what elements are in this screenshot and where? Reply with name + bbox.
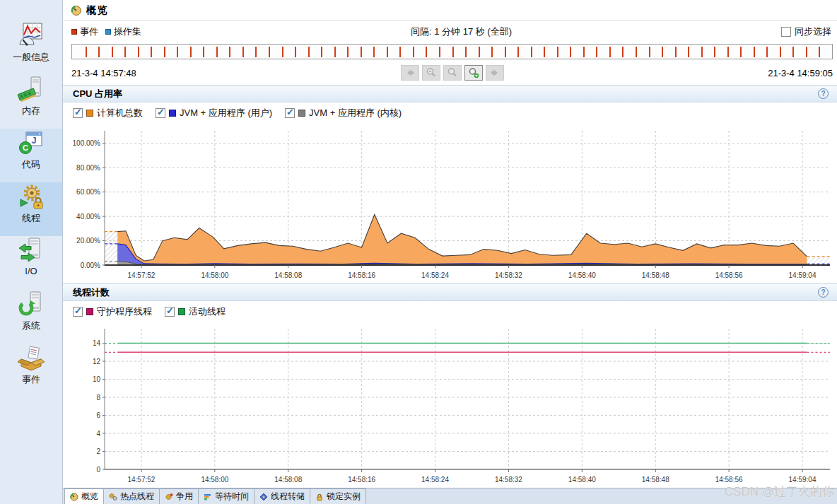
zoom-out-button[interactable] [422, 65, 440, 81]
event-tick [452, 47, 454, 57]
event-tick [86, 47, 87, 57]
timeline-start-time: 21-3-4 14:57:48 [71, 68, 136, 78]
daemon-threads-checkbox[interactable] [73, 307, 83, 317]
tab-overview[interactable]: 概览 [64, 488, 104, 504]
svg-text:14:58:48: 14:58:48 [642, 476, 669, 484]
zoom-out-icon [426, 67, 437, 78]
code-icon: J C [17, 129, 45, 157]
sidebar-item-code[interactable]: J C 代码 [0, 129, 62, 182]
sidebar-item-memory[interactable]: 内存 [0, 75, 62, 129]
cpu-help-icon[interactable]: ? [818, 88, 829, 99]
svg-text:14:58:40: 14:58:40 [568, 476, 596, 484]
svg-text:40.00%: 40.00% [76, 213, 100, 221]
svg-text:14:58:16: 14:58:16 [348, 476, 375, 484]
cpu-jvm-user-checkbox[interactable] [156, 108, 165, 118]
event-tick [255, 47, 257, 57]
thread-chart[interactable]: 0246810121414:57:5214:58:0014:58:0814:58… [63, 322, 837, 488]
event-tick [413, 47, 414, 57]
thread-count-chart[interactable]: 0246810121414:57:5214:58:0014:58:0814:58… [63, 322, 837, 488]
live-threads-checkbox[interactable] [165, 307, 175, 317]
svg-text:14:58:40: 14:58:40 [568, 271, 596, 279]
tab-lock-instances[interactable]: 锁定实例 [310, 488, 366, 504]
profiler-window: 一般信息 内存 [0, 0, 837, 504]
daemon-threads-color-swatch [86, 308, 93, 315]
event-tick [347, 47, 349, 57]
cpu-legend-total: 计算机总数 [73, 107, 143, 119]
svg-text:14:58:08: 14:58:08 [274, 271, 302, 279]
timeline-bar[interactable] [71, 44, 833, 59]
event-tick [491, 47, 493, 57]
event-tick [112, 47, 113, 57]
svg-text:2: 2 [96, 447, 100, 455]
cpu-panel-header: CPU 占用率 ? [63, 85, 837, 102]
sidebar-item-threads[interactable]: 线程 [0, 182, 62, 236]
event-tick [216, 47, 218, 57]
event-tick [164, 47, 165, 57]
event-tick [465, 47, 467, 57]
page-title: 概览 [86, 4, 109, 17]
zoom-in-button[interactable] [464, 65, 483, 81]
contention-tab-icon [165, 493, 173, 501]
forward-button[interactable] [486, 65, 504, 81]
cpu-total-label: 计算机总数 [97, 107, 143, 119]
cpu-usage-chart[interactable]: 0.00%20.00%40.00%60.00%80.00%100.00%14:5… [63, 124, 837, 283]
event-tick [439, 47, 440, 57]
svg-text:14:58:16: 14:58:16 [348, 271, 375, 279]
overview-gauge-icon [71, 5, 82, 16]
cpu-legend: 计算机总数 JVM + 应用程序 (用户) JVM + 应用程序 (内核) [63, 102, 837, 124]
sidebar-item-label: 线程 [0, 212, 62, 225]
svg-text:6: 6 [96, 411, 100, 419]
sidebar-item-events[interactable]: 事件 [0, 344, 62, 397]
daemon-threads-label: 守护程序线程 [97, 305, 152, 318]
events-icon [17, 344, 45, 372]
svg-text:14:58:32: 14:58:32 [495, 476, 522, 484]
cpu-jvm-kernel-color-swatch [298, 110, 305, 117]
svg-text:12: 12 [93, 358, 101, 365]
cpu-total-checkbox[interactable] [73, 108, 83, 118]
sidebar-item-label: 事件 [0, 373, 62, 386]
event-tick [792, 47, 794, 57]
svg-text:8: 8 [96, 394, 100, 402]
event-tick [399, 47, 401, 57]
event-tick [806, 47, 807, 57]
timeline-section [71, 44, 833, 61]
event-tick [766, 47, 768, 57]
event-tick [596, 47, 597, 57]
svg-text:4: 4 [96, 430, 100, 438]
hot-threads-tab-icon [109, 493, 117, 501]
back-button[interactable] [401, 65, 419, 81]
cpu-jvm-user-label: JVM + 应用程序 (用户) [180, 107, 272, 119]
io-icon [17, 236, 45, 264]
event-tick [583, 47, 585, 57]
event-tick [190, 47, 192, 57]
sidebar-item-label: 系统 [0, 320, 62, 332]
cpu-chart[interactable]: 0.00%20.00%40.00%60.00%80.00%100.00%14:5… [63, 124, 837, 283]
svg-text:20.00%: 20.00% [76, 237, 100, 245]
sidebar-item-label: 代码 [0, 158, 62, 171]
thread-legend-daemon: 守护程序线程 [73, 305, 152, 318]
zoom-fit-button[interactable] [443, 65, 462, 81]
sidebar-item-io[interactable]: I/O [0, 236, 62, 290]
sync-selection-checkbox[interactable] [781, 27, 791, 37]
sidebar-item-system[interactable]: 系统 [0, 290, 62, 344]
thread-legend: 守护程序线程 活动线程 [63, 301, 837, 322]
event-tick [636, 47, 637, 57]
tab-hot-threads[interactable]: 热点线程 [103, 488, 160, 504]
tab-label: 等待时间 [215, 491, 249, 503]
tab-thread-dump[interactable]: 线程转储 [254, 488, 310, 504]
sidebar-item-general-info[interactable]: 一般信息 [0, 21, 62, 75]
svg-text:80.00%: 80.00% [76, 164, 100, 172]
svg-text:J: J [32, 136, 37, 146]
event-tick [269, 47, 270, 57]
event-tick [557, 47, 558, 57]
event-tick [714, 47, 715, 57]
tab-contention[interactable]: 争用 [159, 488, 199, 504]
cpu-jvm-kernel-checkbox[interactable] [285, 108, 295, 118]
svg-text:14:58:56: 14:58:56 [715, 271, 743, 279]
thread-help-icon[interactable]: ? [818, 287, 829, 298]
event-tick [531, 47, 532, 57]
back-arrow-icon [404, 67, 416, 78]
tab-waiting-time[interactable]: 等待时间 [198, 488, 254, 504]
event-tick [544, 47, 545, 57]
event-tick [308, 47, 310, 57]
